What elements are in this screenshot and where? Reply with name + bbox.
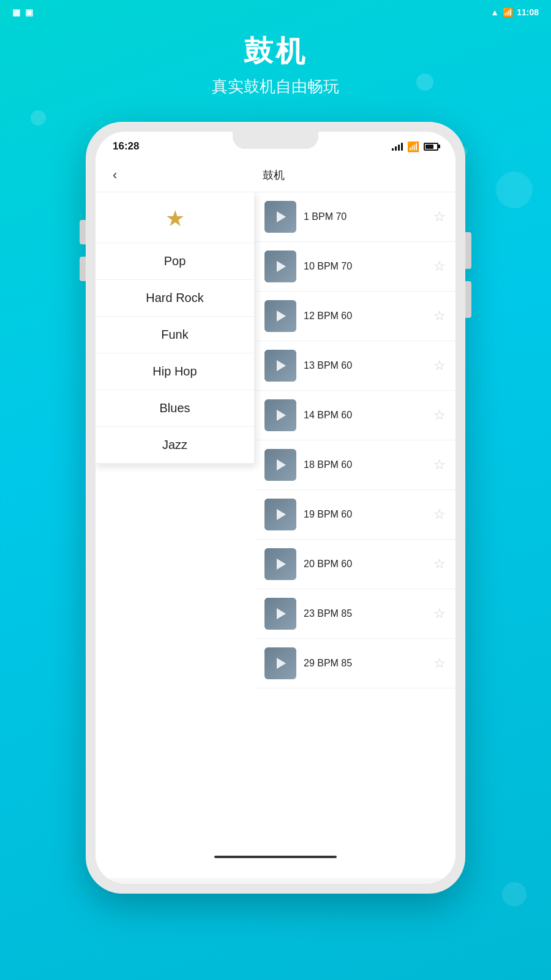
app-bar-title: 鼓机 [122,168,425,183]
favorites-option[interactable]: ★ [96,192,254,243]
content-area: ★ Pop Hard Rock Funk Hip Hop Blues Jazz … [96,192,455,878]
favorite-button[interactable]: ☆ [433,407,446,423]
volume-down-button[interactable] [465,281,471,318]
track-name: 29 BPM 85 [304,658,426,669]
page-subtitle: 真实鼓机自由畅玩 [212,76,339,97]
wifi-status-icon: ▲ [490,7,499,17]
track-thumbnail [264,399,296,431]
favorite-button[interactable]: ☆ [433,457,446,473]
track-name: 20 BPM 60 [304,559,426,570]
track-item[interactable]: 10 BPM 70☆ [255,242,455,292]
phone-mockup: 16:28 📶 ‹ 鼓机 [86,122,465,894]
power-button[interactable] [80,257,86,281]
genre-jazz[interactable]: Jazz [96,427,254,463]
genre-pop[interactable]: Pop [96,243,254,280]
track-item[interactable]: 14 BPM 60☆ [255,391,455,440]
play-icon [277,658,286,669]
silent-button[interactable] [80,220,86,244]
play-icon [277,608,286,619]
favorite-button[interactable]: ☆ [433,308,446,324]
wifi-icon: 📶 [407,141,419,153]
favorite-button[interactable]: ☆ [433,507,446,522]
track-item[interactable]: 20 BPM 60☆ [255,540,455,589]
track-item[interactable]: 18 BPM 60☆ [255,440,455,490]
genre-hip-hop[interactable]: Hip Hop [96,353,254,390]
play-icon [277,311,286,322]
play-icon [277,211,286,222]
genre-blues[interactable]: Blues [96,390,254,427]
decorative-dot-6 [31,110,46,126]
favorite-button[interactable]: ☆ [433,655,446,671]
favorite-button[interactable]: ☆ [433,358,446,374]
favorite-button[interactable]: ☆ [433,258,446,274]
track-item[interactable]: 12 BPM 60☆ [255,292,455,341]
play-icon [277,509,286,520]
track-item[interactable]: 19 BPM 60☆ [255,490,455,540]
decorative-dot-4 [496,172,533,208]
track-item[interactable]: 23 BPM 85☆ [255,589,455,639]
phone-status-icons: 📶 [392,141,438,153]
track-name: 13 BPM 60 [304,360,426,371]
track-name: 10 BPM 70 [304,261,426,272]
genre-funk[interactable]: Funk [96,317,254,353]
gallery-icon: ▦ [12,7,20,17]
track-thumbnail [264,449,296,481]
favorites-star-icon: ★ [165,206,185,232]
track-thumbnail [264,201,296,233]
favorite-button[interactable]: ☆ [433,556,446,572]
os-app-icons: ▦ ▣ [12,7,33,17]
play-icon [277,459,286,470]
back-button[interactable]: ‹ [108,165,122,186]
track-name: 1 BPM 70 [304,211,426,222]
track-thumbnail [264,251,296,282]
page-title: 鼓机 [212,32,339,71]
genre-hard-rock[interactable]: Hard Rock [96,280,254,317]
favorite-button[interactable]: ☆ [433,606,446,622]
track-name: 14 BPM 60 [304,410,426,421]
decorative-dot-5 [502,882,527,907]
track-item[interactable]: 29 BPM 85☆ [255,639,455,688]
phone-screen: 16:28 📶 ‹ 鼓机 [96,132,455,884]
play-icon [277,360,286,371]
signal-bars-icon [392,142,403,151]
track-name: 12 BPM 60 [304,311,426,322]
time-display: 11:08 [517,7,539,17]
track-name: 19 BPM 60 [304,509,426,520]
scroll-indicator [214,856,337,858]
track-item[interactable]: 13 BPM 60☆ [255,341,455,391]
page-header: 鼓机 真实鼓机自由畅玩 [212,32,339,97]
track-thumbnail [264,548,296,580]
app-icon: ▣ [25,7,33,17]
track-thumbnail [264,300,296,332]
track-name: 18 BPM 60 [304,459,426,470]
track-thumbnail [264,350,296,382]
volume-up-button[interactable] [465,232,471,269]
favorite-button[interactable]: ☆ [433,209,446,225]
track-item[interactable]: 1 BPM 70☆ [255,192,455,242]
phone-notch [233,132,318,149]
play-icon [277,410,286,421]
track-thumbnail [264,647,296,679]
signal-icon: 📶 [503,7,513,17]
play-icon [277,559,286,570]
os-status-bar: ▦ ▣ ▲ 📶 11:08 [0,0,551,17]
app-bar: ‹ 鼓机 [96,159,455,192]
track-name: 23 BPM 85 [304,608,426,619]
play-icon [277,261,286,272]
phone-frame: 16:28 📶 ‹ 鼓机 [86,122,465,894]
os-status-icons: ▲ 📶 11:08 [490,7,539,17]
phone-status-bar: 16:28 📶 [96,132,455,159]
track-thumbnail [264,499,296,530]
track-thumbnail [264,598,296,630]
phone-time: 16:28 [113,140,139,153]
genre-dropdown: ★ Pop Hard Rock Funk Hip Hop Blues Jazz [96,192,255,464]
decorative-dot-2 [416,74,433,91]
battery-icon [424,143,438,151]
